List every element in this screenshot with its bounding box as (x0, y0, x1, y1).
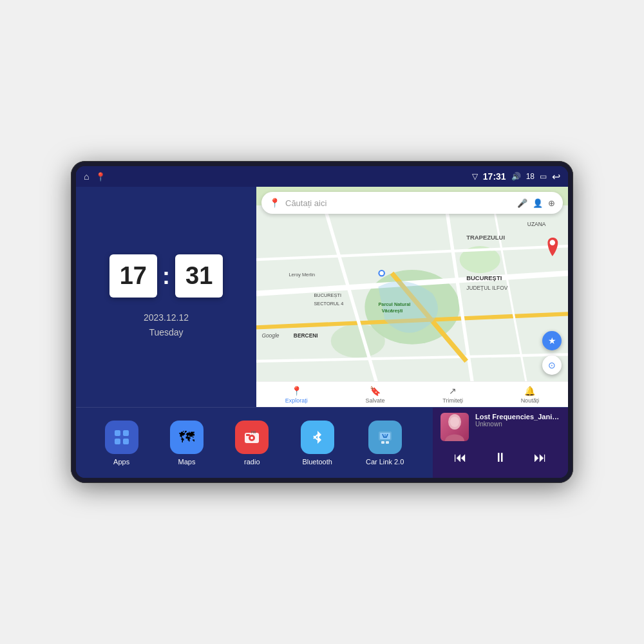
music-title: Lost Frequencies_Janieck Devy-... (475, 413, 560, 421)
news-icon: 🔔 (524, 386, 535, 396)
map-nav-saved[interactable]: 🔖 Salvate (366, 386, 385, 404)
status-left: ⌂ 📍 (84, 171, 106, 182)
svg-point-32 (251, 437, 253, 439)
clock-colon: : (162, 263, 170, 290)
send-icon: ↗ (449, 386, 457, 396)
account-icon[interactable]: 👤 (533, 198, 543, 208)
status-right: ▽ 17:31 🔊 18 ▭ ↩ (472, 171, 560, 183)
map-bottom-bar: 📍 Explorați 🔖 Salvate ↗ Trimiteți (256, 381, 568, 407)
signal-icon: ▽ (472, 172, 478, 181)
map-container: TRAPEZULUI BUCUREȘTI JUDEȚUL ILFOV BERCE… (256, 187, 568, 407)
radio-icon: FM (235, 421, 269, 454)
location-icon: ⊙ (548, 360, 556, 370)
app-radio[interactable]: FM radio (235, 421, 269, 466)
apps-icon (105, 421, 138, 454)
main-content: 17 : 31 2023.12.12 Tuesday (76, 187, 568, 478)
svg-point-3 (331, 324, 385, 358)
svg-text:Văcărești: Văcărești (382, 308, 403, 314)
layers-icon[interactable]: ⊕ (548, 198, 555, 208)
svg-text:JUDEȚUL ILFOV: JUDEȚUL ILFOV (466, 285, 508, 291)
maps-label: Maps (178, 458, 196, 466)
svg-text:BERCENI: BERCENI (294, 332, 318, 339)
svg-text:Parcul Natural: Parcul Natural (378, 301, 410, 307)
svg-text:Google: Google (261, 332, 279, 339)
bluetooth-icon-svg (308, 428, 327, 446)
music-prev-button[interactable]: ⏮ (451, 448, 469, 468)
svg-rect-29 (123, 439, 129, 444)
volume-icon: 🔊 (511, 172, 521, 181)
clock-display: 17 : 31 (109, 254, 223, 298)
map-pin-icon: 📍 (269, 198, 280, 208)
compass-icon: ★ (548, 336, 556, 346)
apps-section: Apps 🗺 Maps (76, 408, 433, 478)
music-artist: Unknown (475, 421, 560, 428)
clock-panel: 17 : 31 2023.12.12 Tuesday (76, 187, 256, 407)
radio-icon-svg: FM (242, 428, 261, 447)
status-bar: ⌂ 📍 ▽ 17:31 🔊 18 ▭ ↩ (76, 166, 568, 187)
screen: ⌂ 📍 ▽ 17:31 🔊 18 ▭ ↩ 17 : (76, 166, 568, 478)
clock-minute: 31 (175, 254, 223, 298)
music-thumb-face (440, 413, 469, 441)
map-svg: TRAPEZULUI BUCUREȘTI JUDEȚUL ILFOV BERCE… (256, 187, 568, 407)
send-label: Trimiteți (442, 397, 463, 404)
device: ⌂ 📍 ▽ 17:31 🔊 18 ▭ ↩ 17 : (71, 161, 573, 483)
map-panel[interactable]: TRAPEZULUI BUCUREȘTI JUDEȚUL ILFOV BERCE… (256, 187, 568, 407)
svg-text:SECTORUL 4: SECTORUL 4 (314, 301, 343, 307)
explore-label: Explorați (285, 397, 308, 404)
music-controls: ⏮ ⏸ ⏭ (440, 445, 560, 470)
status-time: 17:31 (483, 171, 506, 182)
map-location-button[interactable]: ⊙ (542, 355, 562, 375)
battery-level: 18 (526, 172, 535, 181)
nav-icon[interactable]: 📍 (95, 172, 106, 182)
saved-icon: 🔖 (370, 386, 381, 396)
map-compass-button[interactable]: ★ (542, 331, 562, 350)
map-search-bar[interactable]: 📍 Căutați aici 🎤 👤 ⊕ (261, 192, 563, 214)
svg-text:TRAPEZULUI: TRAPEZULUI (466, 234, 505, 241)
explore-icon: 📍 (291, 386, 302, 396)
svg-rect-28 (115, 439, 120, 444)
map-nav-send[interactable]: ↗ Trimiteți (442, 386, 463, 404)
svg-rect-39 (381, 441, 384, 444)
home-icon[interactable]: ⌂ (84, 171, 89, 182)
music-thumbnail (440, 413, 469, 441)
bluetooth-label: Bluetooth (302, 458, 332, 466)
svg-rect-33 (246, 434, 250, 436)
bluetooth-icon (301, 421, 334, 454)
music-play-button[interactable]: ⏸ (491, 448, 509, 468)
svg-text:FM: FM (251, 430, 256, 434)
back-icon[interactable]: ↩ (552, 171, 560, 183)
svg-text:Leroy Merlin: Leroy Merlin (289, 272, 316, 278)
svg-point-23 (379, 271, 383, 275)
top-row: 17 : 31 2023.12.12 Tuesday (76, 187, 568, 407)
map-search-placeholder: Căutați aici (285, 198, 512, 208)
app-apps[interactable]: Apps (105, 421, 138, 466)
clock-hour: 17 (109, 254, 157, 298)
app-carlink[interactable]: Car Link 2.0 (366, 421, 404, 466)
svg-rect-27 (123, 430, 129, 436)
apps-label: Apps (113, 458, 129, 466)
svg-text:BUCUREȘTI: BUCUREȘTI (314, 292, 341, 298)
svg-point-43 (450, 417, 459, 427)
clock-date: 2023.12.12 Tuesday (144, 310, 189, 339)
svg-text:UZANA: UZANA (527, 221, 546, 227)
music-info: Lost Frequencies_Janieck Devy-... Unknow… (475, 413, 560, 428)
news-label: Noutăți (521, 397, 540, 404)
battery-icon: ▭ (540, 172, 547, 181)
radio-label: radio (244, 458, 260, 466)
apps-icon-svg (113, 428, 131, 446)
carlink-label: Car Link 2.0 (366, 458, 404, 466)
bottom-row: Apps 🗺 Maps (76, 407, 568, 478)
app-bluetooth[interactable]: Bluetooth (301, 421, 334, 466)
svg-text:BUCUREȘTI: BUCUREȘTI (466, 274, 502, 281)
map-nav-explore[interactable]: 📍 Explorați (285, 386, 308, 404)
voice-icon[interactable]: 🎤 (517, 198, 527, 208)
music-top: Lost Frequencies_Janieck Devy-... Unknow… (440, 413, 560, 441)
map-nav-news[interactable]: 🔔 Noutăți (521, 386, 540, 404)
music-section: Lost Frequencies_Janieck Devy-... Unknow… (433, 408, 568, 478)
app-maps[interactable]: 🗺 Maps (170, 421, 204, 466)
svg-point-24 (550, 240, 555, 245)
svg-rect-40 (386, 441, 389, 444)
carlink-icon (368, 421, 402, 454)
music-next-button[interactable]: ⏭ (531, 448, 549, 468)
svg-rect-26 (115, 430, 120, 436)
